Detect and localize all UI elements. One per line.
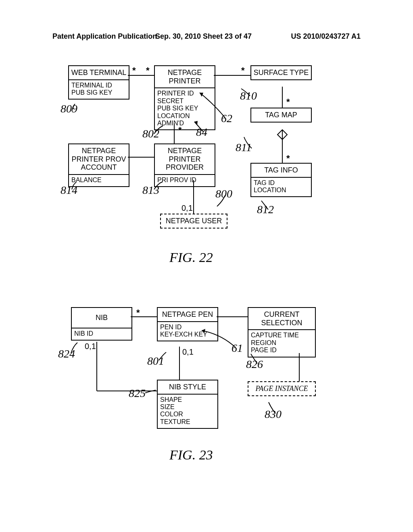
tag-info-title: TAG INFO (251, 164, 311, 177)
box-nib-style: NIB STYLE SHAPE SIZE COLOR TEXTURE (157, 380, 218, 429)
ref-826: 826 (246, 358, 263, 371)
nib-attrs: NIB ID (72, 328, 131, 340)
box-page-instance: PAGE INSTANCE (248, 381, 316, 396)
surface-type-title: SURFACE TYPE (251, 66, 311, 79)
box-tag-info: TAG INFO TAG ID LOCATION (250, 163, 312, 197)
header-right: US 2010/0243727 A1 (291, 32, 361, 41)
ref-62: 62 (221, 112, 232, 125)
card-star-5: * (286, 153, 290, 164)
box-current-selection: CURRENT SELECTION CAPTURE TIME REGION PA… (248, 307, 316, 357)
box-surface-type: SURFACE TYPE (250, 65, 312, 80)
ref-800: 800 (215, 187, 232, 200)
card-star-4: * (286, 97, 290, 107)
printer-provider-attrs: PRI PROV ID (155, 175, 215, 186)
tag-map-title: TAG MAP (251, 108, 311, 122)
ref-825: 825 (129, 387, 146, 400)
card23-01b: 0,1 (182, 347, 194, 357)
ref-824: 824 (58, 347, 75, 360)
netpage-user-title: NETPAGE USER (161, 214, 227, 228)
card-star-1: * (132, 65, 136, 76)
ref-802: 802 (142, 127, 159, 140)
page-instance-title: PAGE INSTANCE (248, 382, 315, 395)
tag-info-attrs: TAG ID LOCATION (251, 178, 311, 197)
ref-84: 84 (196, 126, 207, 139)
current-selection-title: CURRENT SELECTION (248, 308, 315, 329)
netpage-printer-title: NETPAGE PRINTER (155, 66, 215, 87)
ref-830: 830 (265, 408, 282, 421)
web-terminal-title: WEB TERMINAL (69, 66, 129, 79)
ref-801: 801 (147, 355, 164, 368)
netpage-pen-title: NETPAGE PEN (158, 308, 217, 321)
ref-814: 814 (60, 184, 77, 197)
current-selection-attrs: CAPTURE TIME REGION PAGE ID (248, 330, 315, 356)
box-web-terminal: WEB TERMINAL TERMINAL ID PUB SIG KEY (68, 65, 129, 100)
card23-01a: 0,1 (85, 342, 96, 351)
netpage-printer-attrs: PRINTER ID SECRET PUB SIG KEY LOCATION A… (155, 88, 215, 129)
ref-61: 61 (232, 342, 243, 355)
ref-809: 809 (60, 102, 77, 115)
header-center: Sep. 30, 2010 Sheet 23 of 47 (155, 32, 252, 41)
ref-812: 812 (257, 203, 274, 216)
box-netpage-printer: NETPAGE PRINTER PRINTER ID SECRET PUB SI… (154, 65, 215, 130)
card-star-6: * (178, 125, 182, 135)
nib-style-title: NIB STYLE (158, 380, 217, 394)
printer-provider-title: NETPAGE PRINTER PROVIDER (155, 144, 215, 174)
ref-811: 811 (236, 141, 252, 154)
fig22-caption: FIG. 22 (169, 250, 213, 265)
box-netpage-pen: NETPAGE PEN PEN ID KEY-EXCH KEY (157, 307, 218, 341)
card23-star-1: * (136, 308, 140, 318)
box-nib: NIB NIB ID (71, 307, 132, 341)
prov-account-title: NETPAGE PRINTER PROV ACCOUNT (69, 144, 129, 174)
card-star-3: * (241, 65, 245, 76)
ref-810: 810 (240, 89, 257, 102)
netpage-pen-attrs: PEN ID KEY-EXCH KEY (158, 322, 217, 341)
nib-style-attrs: SHAPE SIZE COLOR TEXTURE (158, 395, 217, 428)
header-left: Patent Application Publication (52, 32, 157, 41)
fig23-caption: FIG. 23 (169, 447, 213, 463)
box-printer-provider: NETPAGE PRINTER PROVIDER PRI PROV ID (154, 143, 215, 187)
nib-title: NIB (72, 308, 131, 328)
card-01: 0,1 (181, 204, 193, 213)
box-netpage-user: NETPAGE USER (160, 214, 227, 229)
ref-813: 813 (142, 184, 159, 197)
card-star-2: * (146, 65, 150, 76)
box-tag-map: TAG MAP (250, 108, 312, 123)
web-terminal-attrs: TERMINAL ID PUB SIG KEY (69, 80, 129, 99)
box-prov-account: NETPAGE PRINTER PROV ACCOUNT BALANCE (68, 143, 129, 187)
prov-account-attrs: BALANCE (69, 175, 129, 186)
